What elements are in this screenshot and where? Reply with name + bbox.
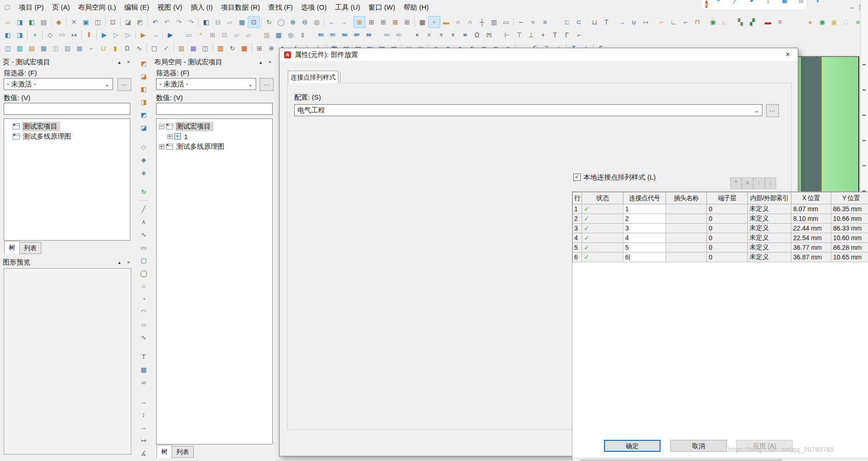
menu-a[interactable]: 页 (A) [48, 2, 74, 12]
layout-filter-more-button[interactable]: ... [260, 78, 274, 91]
navigate-1-icon[interactable]: ▶ [98, 29, 110, 41]
new-project-icon[interactable]: ▱ [2, 16, 14, 28]
menu-p[interactable]: 项目 (P) [15, 2, 48, 12]
pin-icon[interactable]: ◉ [707, 16, 719, 28]
table-row[interactable]: 5✓50未定义36.77 mm86.28 mm347.90 mm自动001 [573, 243, 868, 253]
grid-d-icon[interactable]: ⊞ [389, 16, 401, 28]
layout-left-icon[interactable]: ◧ [200, 16, 212, 28]
bell-icon[interactable]: Ω [471, 29, 483, 41]
table-cell[interactable]: 86.35 mm [831, 204, 868, 214]
table-cell[interactable]: 36.77 mm [791, 243, 831, 253]
settings-wrench-icon[interactable]: ◆ [53, 16, 65, 28]
column-header[interactable]: 插头名称 [666, 192, 707, 204]
table-cell[interactable] [666, 243, 707, 253]
image-tool-icon[interactable]: ▦ [138, 364, 150, 376]
layout-close-button[interactable]: × [266, 59, 274, 65]
format-brush2-icon[interactable]: ◩ [134, 16, 146, 28]
ok-button[interactable]: 确定 [604, 440, 661, 452]
capture-bulb-icon[interactable]: ¡ [762, 0, 774, 8]
table-cell[interactable]: 10.60 mm [831, 233, 868, 243]
import-icon[interactable]: ◧ [26, 16, 38, 28]
navigate-5-icon[interactable]: ▶ [164, 29, 176, 41]
dim-baseline-icon[interactable]: ↦ [138, 434, 150, 446]
grid-e-icon[interactable]: ⊞ [401, 16, 413, 28]
terminal-icon[interactable]: ⊏ [561, 16, 573, 28]
draw-rect-icon[interactable]: ▭ [138, 242, 150, 253]
table-cell[interactable]: 8.10 mm [791, 214, 831, 224]
redo-icon[interactable]: ↷ [173, 16, 185, 28]
omega-icon[interactable]: Ω [121, 42, 133, 54]
dim-vertical-icon[interactable]: ↕ [138, 409, 150, 421]
u-loop-icon[interactable]: ∪ [628, 16, 640, 28]
plc-pc-icon[interactable]: PC [327, 29, 339, 41]
menu-v[interactable]: 视图 (V) [153, 2, 186, 12]
magnet-icon[interactable]: ∩ [452, 16, 464, 28]
dim-continue-icon[interactable]: ↔ [138, 422, 150, 433]
cut-icon[interactable]: ✕ [68, 16, 80, 28]
table-cell[interactable]: 3 [573, 224, 582, 233]
table-cell[interactable]: 3 [623, 224, 666, 233]
select-region-icon[interactable]: ⊡ [107, 16, 119, 28]
contact-no-icon[interactable]: NO [381, 29, 393, 41]
capture-image-icon[interactable]: ▦ [778, 0, 790, 8]
draw-circle2-icon[interactable]: ○ [138, 280, 150, 292]
shade-green-icon[interactable]: ◉ [816, 16, 828, 28]
snap-grid-icon[interactable]: + [428, 16, 440, 28]
page-new-icon[interactable]: ▱ [230, 29, 242, 41]
column-header[interactable]: 连接点代号 [623, 192, 666, 204]
table-cell[interactable]: 5 [573, 243, 582, 253]
preview-collapse-button[interactable]: ▴ [116, 259, 123, 265]
capture-pause-icon[interactable]: ‖ [812, 0, 823, 8]
device-table-icon[interactable]: ▦ [273, 29, 285, 41]
table-cell[interactable]: ✓ [582, 204, 623, 214]
column-header[interactable]: 内部/外部索引 [748, 192, 791, 204]
solid-1-icon[interactable]: ◇ [138, 141, 150, 153]
t-node-icon[interactable]: T [549, 29, 561, 41]
table-cell[interactable]: 4 [623, 233, 666, 243]
cart-icon[interactable]: ⊔ [588, 16, 600, 28]
table-cell[interactable] [666, 214, 707, 224]
table-cell[interactable]: 0 [707, 204, 748, 214]
table-cell[interactable]: 0 [707, 224, 748, 233]
grid-size-icon[interactable]: ▬ [440, 16, 452, 28]
pages-collapse-button[interactable]: ▴ [116, 59, 123, 65]
open-project-icon[interactable]: ◨ [14, 16, 26, 28]
config-more-button[interactable]: ... [766, 104, 779, 117]
table-row[interactable]: 2✓20未定义8.10 mm10.66 mm159.45 mm自动001 [573, 214, 868, 224]
grid-toggle-icon[interactable]: ▦ [416, 16, 428, 28]
menu-f[interactable]: 查找 (F) [264, 2, 297, 12]
wire-icon[interactable]: ∿ [133, 42, 145, 54]
net-link-icon[interactable]: ⊂ [573, 16, 585, 28]
collapse-icon[interactable] [159, 124, 164, 129]
navigate-2-icon[interactable]: ▷ [110, 29, 122, 41]
table-cell[interactable]: 1 [623, 204, 666, 214]
draw-ellipse-icon[interactable]: ○ [135, 319, 152, 331]
table-cell[interactable]: 8.07 mm [791, 204, 831, 214]
tree-item[interactable]: 测试多线原理图 [4, 131, 130, 141]
red-bar-icon[interactable]: ▬ [762, 16, 774, 28]
row-down-button[interactable]: ↓ [765, 177, 776, 189]
menu-w[interactable]: 窗口 (W) [364, 2, 399, 12]
minimize-button[interactable]: – [847, 4, 857, 12]
table-horizontal-scrollbar[interactable]: ◂ ▸ [572, 458, 868, 461]
zoom-all-icon[interactable]: ◎ [311, 16, 323, 28]
red-grid-icon[interactable]: ▦ [238, 42, 250, 54]
check-shield-icon[interactable]: ✓ [160, 42, 172, 54]
draw-circle-icon[interactable]: ◯ [138, 267, 150, 279]
config-select[interactable]: 电气工程 ⌄ [294, 104, 762, 116]
dim-angle-icon[interactable]: ∡ [138, 447, 150, 459]
magnet-move-icon[interactable]: ∩ [464, 16, 476, 28]
table-cell[interactable]: 6 [573, 253, 582, 262]
text-tool-icon[interactable]: T [138, 351, 150, 363]
solid-2-icon[interactable]: ◆ [138, 154, 150, 166]
purple-grid-icon[interactable]: ▦ [187, 42, 199, 54]
text-t-icon[interactable]: [T] [483, 29, 495, 41]
menu-h[interactable]: 帮助 (H) [399, 2, 433, 12]
table-cell[interactable]: 22.44 mm [791, 224, 831, 233]
tree-item[interactable]: 测试宏项目 [4, 121, 130, 131]
undo-list-icon[interactable]: ↶ [161, 16, 173, 28]
channel-icon[interactable]: ⊔ [97, 42, 109, 54]
plugin-icon[interactable]: + [29, 29, 41, 41]
table-cell[interactable] [666, 253, 707, 262]
connection-2-icon[interactable]: ≈ [527, 16, 539, 28]
